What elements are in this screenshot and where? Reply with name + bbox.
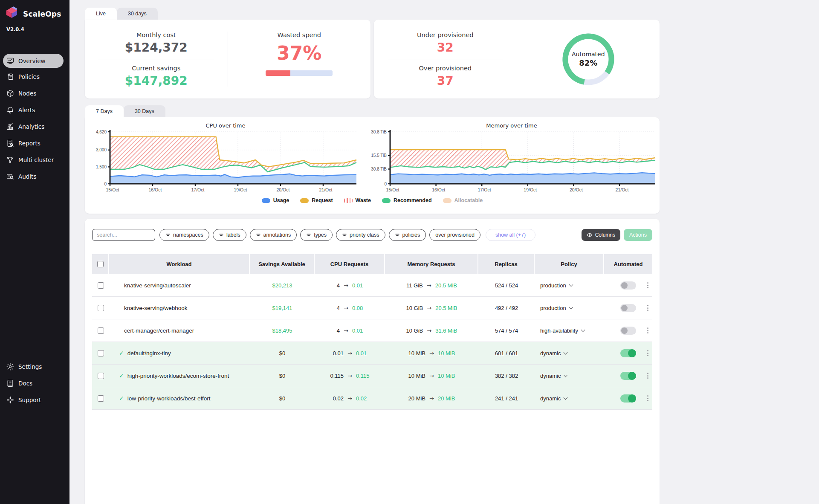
sidebar-item-policies[interactable]: Policies: [0, 69, 69, 84]
show-all-button[interactable]: show all (+7): [486, 229, 535, 241]
row-menu-button[interactable]: [645, 371, 650, 380]
savings-value: $0: [279, 350, 285, 356]
legend-label: Request: [312, 197, 333, 203]
sidebar-item-settings[interactable]: Settings: [0, 359, 69, 374]
period-tabs: Live30 days: [85, 8, 660, 20]
policy-dropdown[interactable]: dynamic: [540, 395, 567, 402]
under-provisioned-label: Under provisioned: [417, 32, 474, 38]
table-body: knative-serving/autoscaler$20,2134→0.011…: [92, 274, 652, 410]
legend-item-request[interactable]: Request: [300, 197, 333, 203]
legend-label: Allocatable: [454, 197, 483, 203]
column-header-cpu-requests: CPU Requests: [315, 254, 385, 274]
automation-toggle[interactable]: [620, 327, 636, 335]
actions-button[interactable]: Actions: [624, 229, 652, 241]
filter-chip-types[interactable]: types: [300, 229, 333, 241]
columns-button-label: Columns: [595, 232, 615, 238]
cpu-requests-cell: 4→0.08: [315, 297, 385, 319]
sidebar-item-docs[interactable]: Docs: [0, 376, 69, 391]
monthly-cost-value: $124,372: [125, 41, 188, 55]
row-menu-button[interactable]: [645, 303, 650, 313]
arrow-right-icon: →: [344, 327, 348, 334]
wasted-spend-value: 37%: [277, 42, 321, 64]
tab-7-days[interactable]: 7 Days: [85, 105, 124, 117]
legend-item-waste[interactable]: Waste: [344, 197, 371, 203]
svg-text:4,620: 4,620: [96, 130, 107, 134]
filter-chip-namespaces[interactable]: namespaces: [159, 229, 209, 241]
row-checkbox[interactable]: [98, 327, 104, 334]
legend-item-recommended[interactable]: Recommended: [382, 197, 432, 203]
sidebar-item-reports[interactable]: Reports: [0, 136, 69, 151]
tab-30-days[interactable]: 30 days: [117, 8, 158, 20]
filter-icon: [395, 232, 400, 238]
sidebar-item-label: Overview: [18, 58, 46, 64]
policy-cell: dynamic: [535, 365, 604, 387]
column-header-label: Savings Available: [258, 261, 305, 267]
sidebar-item-analytics[interactable]: Analytics: [0, 119, 69, 134]
workloads-table: WorkloadSavings AvailableCPU RequestsMem…: [92, 254, 652, 410]
savings-value: $18,495: [272, 327, 292, 334]
filter-icon: [219, 232, 224, 238]
columns-button[interactable]: Columns: [582, 229, 620, 241]
search-input[interactable]: [92, 229, 155, 241]
policy-dropdown[interactable]: high-availability: [540, 327, 585, 334]
tab-live[interactable]: Live: [85, 8, 117, 20]
filter-chip-policies[interactable]: policies: [389, 229, 426, 241]
memory-chart-title: Memory over time: [486, 122, 537, 129]
automation-toggle[interactable]: [620, 281, 636, 290]
replicas-cell: 574 / 574: [478, 319, 535, 342]
tab-30-days[interactable]: 30 Days: [124, 105, 165, 117]
sidebar-footer: SettingsDocsSupport: [0, 359, 69, 408]
filter-chip-over-provisioned[interactable]: over provisioned: [429, 229, 480, 241]
svg-text:16/Oct: 16/Oct: [149, 187, 162, 192]
savings-value: $20,213: [272, 282, 292, 289]
sidebar-item-label: Analytics: [18, 123, 44, 130]
legend-item-allocatable[interactable]: Allocatable: [443, 197, 483, 203]
automation-toggle[interactable]: [620, 349, 636, 357]
filter-chip-priority-class[interactable]: priority class: [336, 229, 385, 241]
column-header-automated: Automated: [604, 254, 652, 274]
sidebar-item-overview[interactable]: Overview: [3, 54, 64, 68]
policy-cell: dynamic: [535, 387, 604, 409]
legend-swatch-recommended: [382, 198, 391, 203]
checkbox-cell: [92, 319, 109, 342]
app-name: ScaleOps: [23, 10, 61, 18]
chart-legend: UsageRequestWasteRecommendedAllocatable: [85, 197, 660, 203]
row-checkbox[interactable]: [98, 350, 104, 356]
automation-toggle[interactable]: [620, 304, 636, 312]
arrow-right-icon: →: [347, 350, 352, 356]
sidebar-item-support[interactable]: Support: [0, 392, 69, 408]
policy-value: dynamic: [540, 395, 561, 402]
sidebar-item-audits[interactable]: Audits: [0, 169, 69, 184]
row-menu-button[interactable]: [645, 281, 650, 290]
legend-item-usage[interactable]: Usage: [262, 197, 289, 203]
row-checkbox[interactable]: [98, 305, 104, 311]
automation-toggle[interactable]: [620, 372, 636, 380]
policy-dropdown[interactable]: production: [540, 305, 573, 311]
policy-cell: production: [535, 274, 604, 296]
row-checkbox[interactable]: [98, 395, 104, 402]
filter-chip-label: annotations: [263, 232, 291, 238]
filter-chip-labels[interactable]: labels: [213, 229, 246, 241]
svg-text:30.8 TiB: 30.8 TiB: [371, 130, 387, 134]
row-menu-button[interactable]: [645, 326, 650, 335]
row-menu-button[interactable]: [645, 348, 650, 358]
filter-chip-annotations[interactable]: annotations: [250, 229, 297, 241]
sidebar-item-multi-cluster[interactable]: Multi cluster: [0, 152, 69, 168]
optimized-check-icon: ✓: [119, 395, 124, 402]
sidebar: ScaleOps V2.0.4 OverviewPoliciesNodesAle…: [0, 0, 69, 504]
checkbox-cell: [92, 274, 109, 296]
select-all-checkbox[interactable]: [97, 261, 104, 267]
sidebar-item-alerts[interactable]: Alerts: [0, 102, 69, 118]
sidebar-item-nodes[interactable]: Nodes: [0, 86, 69, 101]
savings-cell: $19,141: [250, 297, 315, 319]
table-row: knative-serving/webhook$19,1414→0.0810 G…: [92, 297, 652, 319]
svg-text:21/Oct: 21/Oct: [616, 187, 629, 192]
row-checkbox[interactable]: [98, 282, 104, 289]
automation-toggle[interactable]: [620, 394, 636, 403]
policy-dropdown[interactable]: dynamic: [540, 373, 567, 379]
row-checkbox[interactable]: [98, 373, 104, 379]
row-menu-button[interactable]: [645, 394, 650, 403]
policy-dropdown[interactable]: production: [540, 282, 573, 289]
policy-dropdown[interactable]: dynamic: [540, 350, 567, 356]
recommended-value: 0.01: [352, 327, 363, 334]
